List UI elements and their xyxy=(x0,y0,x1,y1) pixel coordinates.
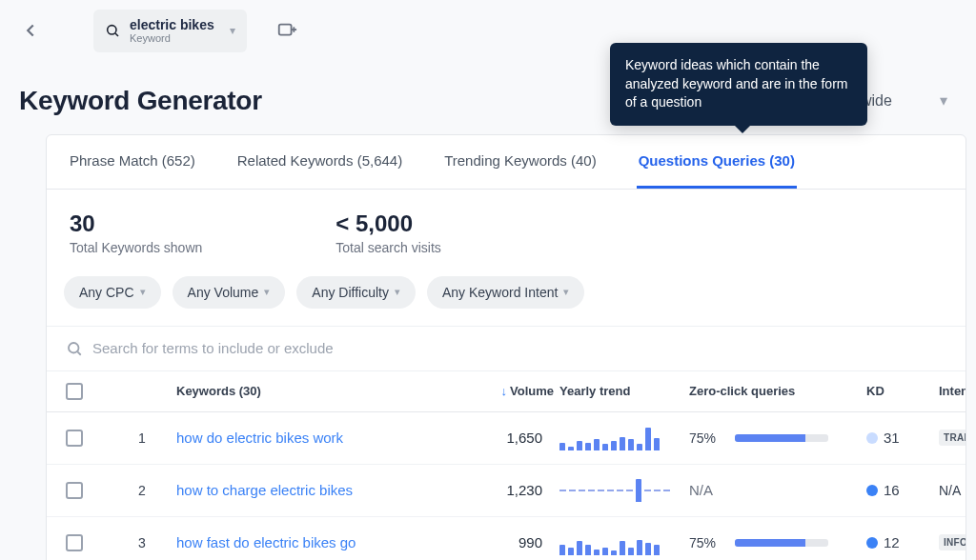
tab[interactable]: Trending Keywords (40) xyxy=(442,135,599,189)
keyword-link[interactable]: how do electric bikes work xyxy=(176,430,343,446)
row-checkbox[interactable] xyxy=(66,430,83,447)
sort-desc-icon: ↓ xyxy=(501,384,508,398)
intent-cell: N/A xyxy=(939,483,966,498)
tab[interactable]: Related Keywords (5,644) xyxy=(235,135,404,189)
zero-click-cell: 75% xyxy=(689,535,861,550)
zero-click-cell: 75% xyxy=(689,430,861,446)
col-kd[interactable]: KD xyxy=(866,384,933,398)
intent-badge: INFO xyxy=(939,534,966,550)
col-trend[interactable]: Yearly trend xyxy=(559,384,683,398)
kd-cell: 12 xyxy=(866,534,933,550)
tab-tooltip: Keyword ideas which contain the analyzed… xyxy=(610,43,867,126)
tab[interactable]: Questions Queries (30) xyxy=(637,135,797,189)
col-keywords[interactable]: Keywords (30) xyxy=(176,384,453,398)
volume-cell: 1,650 xyxy=(458,430,554,446)
volume-cell: 1,230 xyxy=(458,482,554,498)
svg-point-0 xyxy=(108,26,116,34)
keyword-chip-sublabel: Keyword xyxy=(130,32,214,45)
row-number: 1 xyxy=(113,430,171,446)
intent-badge: TRANSAC. xyxy=(939,430,966,446)
zero-click-cell: N/A xyxy=(689,482,861,498)
kd-cell: 31 xyxy=(866,430,933,446)
trend-sparkline xyxy=(559,530,683,555)
filter-difficulty[interactable]: Any Difficulty▾ xyxy=(296,276,416,309)
row-number: 2 xyxy=(113,483,171,498)
search-icon xyxy=(105,23,120,38)
kd-cell: 16 xyxy=(866,482,933,498)
keyword-chip-term: electric bikes xyxy=(130,17,214,32)
chevron-down-icon: ▾ xyxy=(264,286,270,298)
col-intent[interactable]: Intent xyxy=(939,384,966,398)
trend-sparkline xyxy=(559,478,683,503)
chevron-down-icon: ▾ xyxy=(940,91,947,110)
tab[interactable]: Phrase Match (652) xyxy=(68,135,197,189)
add-compare-button[interactable] xyxy=(274,17,300,44)
search-visits-label: Total search visits xyxy=(336,240,440,255)
table-search-input[interactable] xyxy=(92,340,946,356)
intent-cell: INFO xyxy=(939,534,966,550)
tabs: Phrase Match (652)Related Keywords (5,64… xyxy=(47,135,966,190)
row-checkbox[interactable] xyxy=(66,534,83,551)
svg-line-1 xyxy=(115,33,118,36)
back-arrow[interactable] xyxy=(19,19,42,42)
keyword-chip[interactable]: electric bikes Keyword ▾ xyxy=(93,10,247,52)
table-row: 1how do electric bikes work1,65075%31TRA… xyxy=(47,412,966,465)
svg-point-9 xyxy=(69,343,79,353)
intent-cell: TRANSAC. xyxy=(939,430,966,446)
total-keywords-value: 30 xyxy=(70,210,202,237)
keyword-link[interactable]: how fast do electric bikes go xyxy=(176,534,356,550)
filter-intent[interactable]: Any Keyword Intent▾ xyxy=(427,276,584,309)
table-row: 2how to charge electric bikes1,230N/A16N… xyxy=(47,465,966,517)
chevron-down-icon: ▾ xyxy=(563,286,569,298)
col-zcq[interactable]: Zero-click queries xyxy=(689,384,861,398)
row-number: 3 xyxy=(113,535,171,550)
select-all-checkbox[interactable] xyxy=(66,383,83,400)
chevron-down-icon: ▾ xyxy=(395,286,400,298)
trend-sparkline xyxy=(559,426,683,450)
search-icon xyxy=(66,340,83,357)
search-visits-value: < 5,000 xyxy=(336,210,440,237)
chevron-down-icon: ▾ xyxy=(140,286,146,298)
filter-cpc[interactable]: Any CPC▾ xyxy=(64,276,161,309)
keyword-link[interactable]: how to charge electric bikes xyxy=(176,482,353,498)
row-checkbox[interactable] xyxy=(66,482,83,499)
svg-rect-2 xyxy=(278,25,291,35)
page-title: Keyword Generator xyxy=(19,86,262,116)
total-keywords-label: Total Keywords shown xyxy=(70,240,202,255)
filter-volume[interactable]: Any Volume▾ xyxy=(173,276,286,309)
chevron-down-icon: ▾ xyxy=(230,24,235,37)
svg-line-10 xyxy=(77,351,80,354)
volume-cell: 990 xyxy=(458,534,554,550)
table-row: 3how fast do electric bikes go99075%12IN… xyxy=(47,517,966,560)
col-volume[interactable]: ↓Volume xyxy=(458,384,554,398)
